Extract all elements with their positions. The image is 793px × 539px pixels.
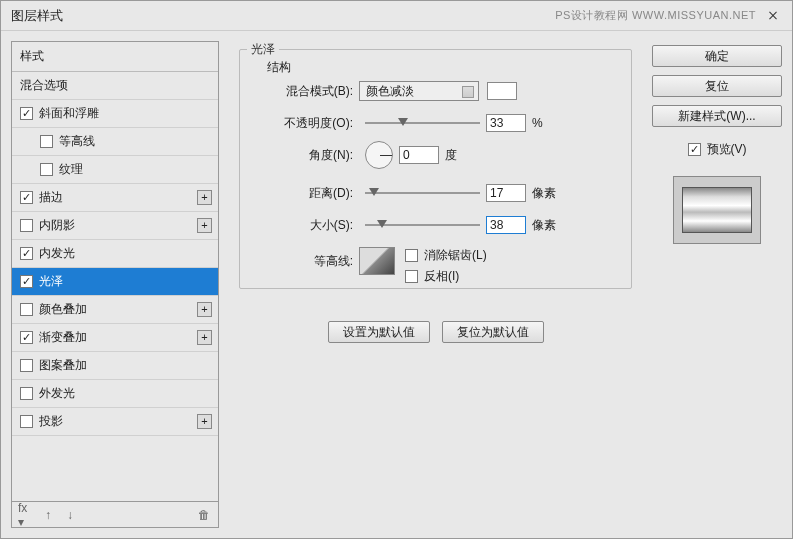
contour-picker[interactable] bbox=[359, 247, 395, 275]
size-slider[interactable] bbox=[365, 218, 480, 232]
style-item-8[interactable]: 颜色叠加+ bbox=[12, 296, 218, 324]
style-label: 投影 bbox=[39, 413, 63, 430]
style-checkbox[interactable] bbox=[20, 247, 33, 260]
style-item-5[interactable]: 内阴影+ bbox=[12, 212, 218, 240]
distance-label: 距离(D): bbox=[269, 185, 359, 202]
row-contour: 等高线: 消除锯齿(L) 反相(I) bbox=[269, 247, 602, 289]
style-checkbox[interactable] bbox=[20, 331, 33, 344]
invert-checkbox[interactable] bbox=[405, 270, 418, 283]
style-item-10[interactable]: 图案叠加 bbox=[12, 352, 218, 380]
style-checkbox[interactable] bbox=[40, 163, 53, 176]
preview-box bbox=[673, 176, 761, 244]
cancel-button[interactable]: 复位 bbox=[652, 75, 782, 97]
style-label: 内阴影 bbox=[39, 217, 75, 234]
preview-checkbox[interactable] bbox=[688, 143, 701, 156]
add-effect-icon[interactable]: + bbox=[197, 414, 212, 429]
style-item-6[interactable]: 内发光 bbox=[12, 240, 218, 268]
blend-mode-select[interactable]: 颜色减淡 bbox=[359, 81, 479, 101]
sub-title: 结构 bbox=[263, 59, 295, 76]
angle-input[interactable]: 0 bbox=[399, 146, 439, 164]
up-arrow-icon[interactable]: ↑ bbox=[40, 507, 56, 523]
style-label: 描边 bbox=[39, 189, 63, 206]
styles-panel: 样式 混合选项斜面和浮雕等高线纹理描边+内阴影+内发光光泽颜色叠加+渐变叠加+图… bbox=[11, 41, 219, 528]
style-checkbox[interactable] bbox=[20, 387, 33, 400]
ok-button[interactable]: 确定 bbox=[652, 45, 782, 67]
style-label: 颜色叠加 bbox=[39, 301, 87, 318]
watermark: PS设计教程网 WWW.MISSYUAN.NET bbox=[555, 8, 756, 23]
trash-icon[interactable]: 🗑 bbox=[196, 507, 212, 523]
add-effect-icon[interactable]: + bbox=[197, 330, 212, 345]
opacity-label: 不透明度(O): bbox=[269, 115, 359, 132]
opacity-slider[interactable] bbox=[365, 116, 480, 130]
styles-footer: fx ▾ ↑ ↓ 🗑 bbox=[12, 501, 218, 527]
style-label: 光泽 bbox=[39, 273, 63, 290]
color-swatch[interactable] bbox=[487, 82, 517, 100]
row-size: 大小(S): 38 像素 bbox=[269, 215, 602, 235]
size-label: 大小(S): bbox=[269, 217, 359, 234]
blend-mode-value: 颜色减淡 bbox=[366, 83, 414, 100]
row-blend-mode: 混合模式(B): 颜色减淡 bbox=[269, 81, 602, 101]
default-buttons: 设置为默认值 复位为默认值 bbox=[229, 321, 642, 343]
group-title: 光泽 bbox=[247, 41, 279, 58]
opacity-input[interactable]: 33 bbox=[486, 114, 526, 132]
distance-slider[interactable] bbox=[365, 186, 480, 200]
style-label: 等高线 bbox=[59, 133, 95, 150]
style-label: 纹理 bbox=[59, 161, 83, 178]
style-checkbox[interactable] bbox=[20, 275, 33, 288]
right-panel: 确定 复位 新建样式(W)... 预览(V) bbox=[652, 41, 782, 528]
antialias-checkbox[interactable] bbox=[405, 249, 418, 262]
invert-checkbox-row[interactable]: 反相(I) bbox=[405, 268, 487, 285]
styles-header: 样式 bbox=[12, 42, 218, 72]
size-unit: 像素 bbox=[532, 217, 556, 234]
style-label: 渐变叠加 bbox=[39, 329, 87, 346]
style-label: 外发光 bbox=[39, 385, 75, 402]
distance-unit: 像素 bbox=[532, 185, 556, 202]
style-checkbox[interactable] bbox=[20, 219, 33, 232]
style-checkbox[interactable] bbox=[20, 303, 33, 316]
add-effect-icon[interactable]: + bbox=[197, 218, 212, 233]
style-checkbox[interactable] bbox=[20, 359, 33, 372]
style-item-9[interactable]: 渐变叠加+ bbox=[12, 324, 218, 352]
add-effect-icon[interactable]: + bbox=[197, 190, 212, 205]
titlebar: 图层样式 PS设计教程网 WWW.MISSYUAN.NET bbox=[1, 1, 792, 31]
preview-swatch bbox=[682, 187, 752, 233]
style-checkbox[interactable] bbox=[20, 191, 33, 204]
layer-style-dialog: 图层样式 PS设计教程网 WWW.MISSYUAN.NET 样式 混合选项斜面和… bbox=[0, 0, 793, 539]
style-label: 混合选项 bbox=[20, 77, 68, 94]
size-input[interactable]: 38 bbox=[486, 216, 526, 234]
preview-checkbox-row[interactable]: 预览(V) bbox=[652, 141, 782, 158]
preview-label: 预览(V) bbox=[707, 141, 747, 158]
style-item-12[interactable]: 投影+ bbox=[12, 408, 218, 436]
styles-list: 混合选项斜面和浮雕等高线纹理描边+内阴影+内发光光泽颜色叠加+渐变叠加+图案叠加… bbox=[12, 72, 218, 501]
angle-unit: 度 bbox=[445, 147, 457, 164]
invert-label: 反相(I) bbox=[424, 268, 459, 285]
close-icon[interactable] bbox=[764, 7, 782, 25]
fx-icon[interactable]: fx ▾ bbox=[18, 507, 34, 523]
dialog-body: 样式 混合选项斜面和浮雕等高线纹理描边+内阴影+内发光光泽颜色叠加+渐变叠加+图… bbox=[1, 31, 792, 538]
set-default-button[interactable]: 设置为默认值 bbox=[328, 321, 430, 343]
row-distance: 距离(D): 17 像素 bbox=[269, 183, 602, 203]
style-item-0[interactable]: 混合选项 bbox=[12, 72, 218, 100]
contour-label: 等高线: bbox=[269, 247, 359, 270]
distance-input[interactable]: 17 bbox=[486, 184, 526, 202]
add-effect-icon[interactable]: + bbox=[197, 302, 212, 317]
style-checkbox[interactable] bbox=[40, 135, 53, 148]
angle-dial[interactable] bbox=[365, 141, 393, 169]
style-item-2[interactable]: 等高线 bbox=[12, 128, 218, 156]
form: 混合模式(B): 颜色减淡 不透明度(O): 33 % 角度(N): 0 度 bbox=[269, 81, 602, 301]
new-style-button[interactable]: 新建样式(W)... bbox=[652, 105, 782, 127]
style-checkbox[interactable] bbox=[20, 107, 33, 120]
angle-label: 角度(N): bbox=[269, 147, 359, 164]
row-angle: 角度(N): 0 度 bbox=[269, 145, 602, 165]
style-item-7[interactable]: 光泽 bbox=[12, 268, 218, 296]
style-checkbox[interactable] bbox=[20, 415, 33, 428]
antialias-checkbox-row[interactable]: 消除锯齿(L) bbox=[405, 247, 487, 264]
style-item-11[interactable]: 外发光 bbox=[12, 380, 218, 408]
reset-default-button[interactable]: 复位为默认值 bbox=[442, 321, 544, 343]
style-item-1[interactable]: 斜面和浮雕 bbox=[12, 100, 218, 128]
style-item-3[interactable]: 纹理 bbox=[12, 156, 218, 184]
down-arrow-icon[interactable]: ↓ bbox=[62, 507, 78, 523]
settings-panel: 光泽 结构 混合模式(B): 颜色减淡 不透明度(O): 33 % 角度(N): bbox=[229, 41, 642, 528]
dialog-title: 图层样式 bbox=[11, 7, 63, 25]
style-item-4[interactable]: 描边+ bbox=[12, 184, 218, 212]
